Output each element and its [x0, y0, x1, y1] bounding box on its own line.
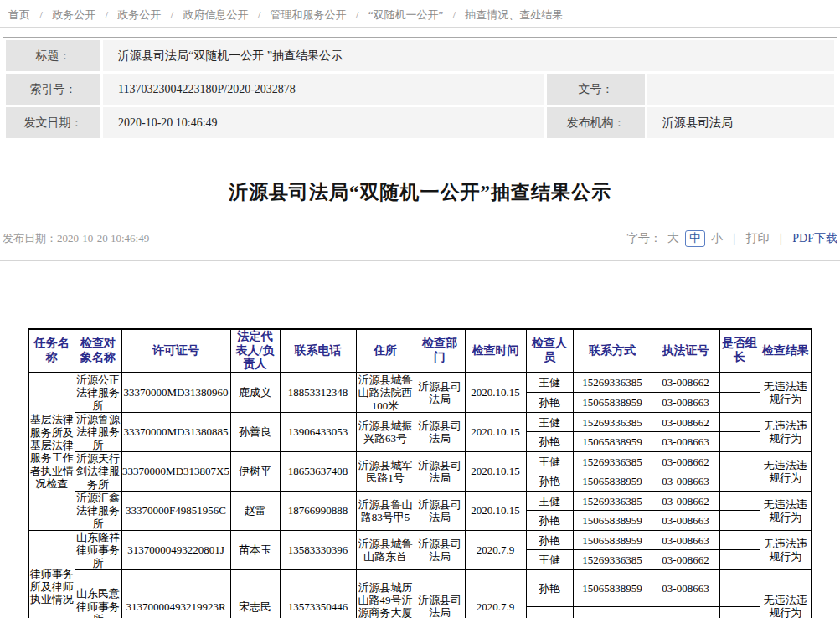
header-object-name: 检查对象名称: [75, 329, 121, 373]
cell-leader: [719, 569, 760, 606]
cell-object: 沂源鲁源法律服务所: [75, 412, 121, 451]
cell-license: 31370000493219923R: [121, 569, 230, 618]
breadcrumb-item-3[interactable]: 政府信息公开: [183, 8, 248, 21]
breadcrumb-item-home[interactable]: 首页: [8, 8, 30, 21]
cell-inspector-contact: 15065838959: [573, 569, 652, 606]
cell-result: 无违法违规行为: [760, 373, 812, 412]
cell-inspector-contact: 15065838959: [573, 511, 652, 531]
cell-inspector-badge: 03-008662: [652, 550, 719, 570]
cell-inspector-badge: 03-008663: [652, 511, 719, 531]
cell-address: 沂源县城鲁山路东首: [356, 530, 415, 569]
cell-date: 2020.10.15: [465, 373, 526, 412]
cell-phone: 13573350446: [280, 569, 356, 618]
header-contact: 联系方式: [573, 329, 652, 373]
header-address: 住所: [356, 329, 415, 373]
font-size-label: 字号：: [626, 231, 662, 246]
breadcrumb-separator: /: [171, 8, 174, 21]
cell-leader: [719, 491, 760, 510]
breadcrumb-separator: /: [356, 8, 359, 21]
cell-leader: [719, 606, 760, 618]
cell-legal: 鹿成义: [230, 373, 280, 412]
cell-date: 2020.7.9: [465, 569, 526, 618]
cell-object: 沂源公正法律服务所: [75, 373, 121, 412]
cell-leader: [719, 550, 760, 570]
breadcrumb-item-2[interactable]: 政务公开: [117, 8, 161, 21]
font-size-small-button[interactable]: 小: [711, 231, 723, 246]
tools-divider: ｜: [776, 231, 787, 246]
cell-address: 沂源县城历山路49号沂源商务大厦B座16楼: [356, 569, 415, 618]
cell-leader: [719, 373, 760, 393]
inspection-results-table: 任务名称 检查对象名称 许可证号 法定代表人/负责人 联系电话 住所 检查部门 …: [28, 328, 812, 618]
cell-inspector-name: 王健: [526, 451, 573, 471]
cell-leader: [719, 471, 760, 492]
cell-inspector-badge: 03-008663: [652, 530, 719, 549]
table-row: 律师事务所及律师执业情况 山东隆祥律师事务所 31370000493220801…: [28, 530, 812, 549]
meta-date-value: 2020-10-20 10:46:49: [103, 107, 544, 138]
meta-title-value: 沂源县司法局“双随机一公开 ”抽查结果公示: [103, 40, 834, 71]
article-tools: 字号： 大 中 小 ｜ 打印 ｜ PDF下载: [626, 230, 837, 247]
pdf-download-button[interactable]: PDF下载: [792, 231, 837, 246]
cell-legal: 孙善良: [230, 412, 280, 451]
cell-inspector-badge: 03-008662: [652, 412, 719, 431]
cell-inspector-contact: 15269336385: [573, 412, 652, 431]
cell-phone: 13583330396: [280, 530, 356, 569]
meta-docno-label: 文号：: [547, 74, 645, 105]
cell-task: 基层法律服务所及基层法律服务工作者执业情况检查: [28, 373, 75, 530]
cell-license: 33370000F49851956C: [121, 491, 230, 530]
cell-dept: 沂源县司法局: [415, 451, 465, 491]
meta-index-value: 11370323004223180P/2020-2032878: [103, 74, 544, 105]
divider-line: [0, 260, 840, 261]
cell-address: 沂源县鲁山路83号甲5: [356, 491, 415, 530]
table-row: 基层法律服务所及基层法律服务工作者执业情况检查 沂源公正法律服务所 333700…: [28, 373, 812, 393]
cell-address: 沂源县城鲁山路法院西100米: [356, 373, 415, 412]
cell-date: 2020.10.15: [465, 412, 526, 451]
cell-inspector-name: 孙艳: [526, 569, 573, 606]
table-row: 沂源汇鑫法律服务所 33370000F49851956C 赵雷 18766990…: [28, 491, 812, 510]
page-title: 沂源县司法局“双随机一公开”抽查结果公示: [0, 179, 840, 205]
tools-divider: ｜: [729, 231, 740, 246]
header-leader: 是否组长: [719, 329, 760, 373]
cell-inspector-contact: 15269336385: [573, 373, 652, 393]
cell-inspector-name: 王健: [526, 373, 573, 393]
breadcrumb-item-5[interactable]: “双随机一公开”: [368, 8, 444, 21]
cell-date: 2020.7.9: [465, 530, 526, 569]
cell-legal: 苗本玉: [230, 530, 280, 569]
cell-leader: [719, 432, 760, 452]
cell-license: 33370000MD31380885: [121, 412, 230, 451]
cell-inspector-name: 孙艳: [526, 393, 573, 413]
cell-inspector-badge: 03-008663: [652, 432, 719, 452]
cell-inspector-contact: 15065838959: [573, 471, 652, 492]
font-size-medium-button[interactable]: 中: [685, 230, 705, 247]
document-meta: 标题： 沂源县司法局“双随机一公开 ”抽查结果公示 索引号： 113703230…: [3, 37, 837, 141]
breadcrumb-item-6[interactable]: 抽查情况、查处结果: [465, 8, 563, 21]
document-meta-table: 标题： 沂源县司法局“双随机一公开 ”抽查结果公示 索引号： 113703230…: [3, 38, 837, 141]
header-inspector: 检查人员: [526, 329, 573, 373]
meta-docno-value: [647, 74, 834, 105]
cell-inspector-name: 孙艳: [526, 432, 573, 452]
header-legal-rep: 法定代表人/负责人: [230, 329, 280, 373]
cell-address: 沂源县城振兴路63号: [356, 412, 415, 451]
header-task-name: 任务名称: [28, 329, 75, 373]
meta-org-value: 沂源县司法局: [647, 107, 834, 138]
font-size-large-button[interactable]: 大: [667, 231, 679, 246]
cell-date: 2020.10.15: [465, 451, 526, 491]
breadcrumb: 首页 / 政务公开 / 政务公开 / 政府信息公开 / 管理和服务公开 / “双…: [0, 0, 840, 28]
cell-dept: 沂源县司法局: [415, 373, 465, 412]
cell-phone: 18653637408: [280, 451, 356, 491]
print-button[interactable]: 打印: [746, 231, 770, 246]
breadcrumb-item-4[interactable]: 管理和服务公开: [271, 8, 347, 21]
publish-date: 发布日期：2020-10-20 10:46:49: [3, 231, 149, 246]
cell-inspector-contact: 15269336385: [573, 491, 652, 510]
cell-inspector-contact: 15269336385: [573, 606, 652, 618]
cell-dept: 沂源县司法局: [415, 491, 465, 530]
cell-license: 33370000MD313807X5: [121, 451, 230, 491]
cell-inspector-badge: 03-008663: [652, 393, 719, 413]
table-row: 沂源天行剑法律服务所 33370000MD313807X5 伊树平 186536…: [28, 451, 812, 471]
table-row: 沂源鲁源法律服务所 33370000MD31380885 孙善良 1390643…: [28, 412, 812, 431]
cell-inspector-name: 孙艳: [526, 511, 573, 531]
cell-inspector-name: 孙艳: [526, 530, 573, 549]
meta-date-label: 发文日期：: [6, 107, 100, 138]
cell-dept: 沂源县司法局: [415, 412, 465, 451]
breadcrumb-item-1[interactable]: 政务公开: [52, 8, 95, 21]
publish-date-value: 2020-10-20 10:46:49: [57, 232, 149, 245]
